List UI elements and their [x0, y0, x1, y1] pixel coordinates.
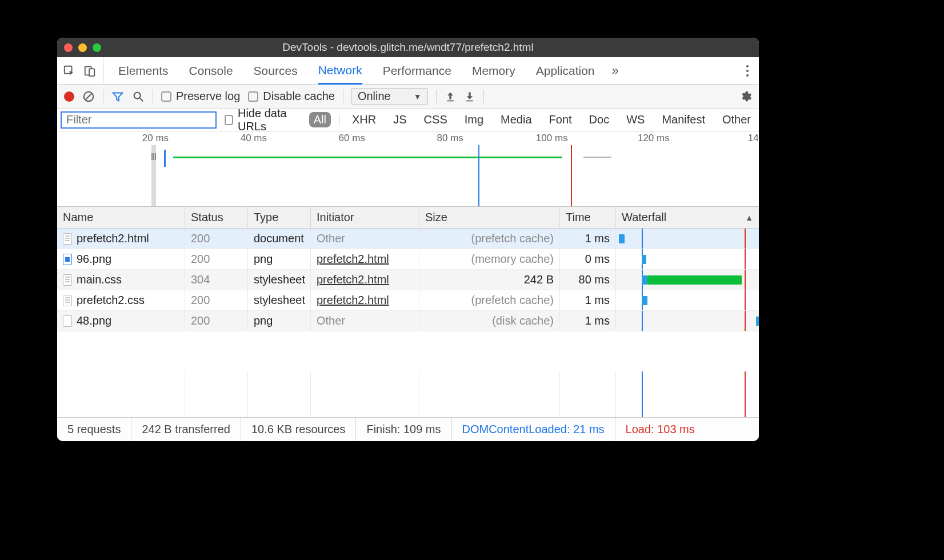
download-icon[interactable]	[464, 91, 475, 102]
status-bar: 5 requests 242 B transferred 10.6 KB res…	[57, 417, 759, 441]
overview-dcl-line	[478, 145, 479, 206]
tab-application[interactable]: Application	[536, 57, 595, 84]
overview-left-handle[interactable]	[151, 145, 156, 206]
request-name: main.css	[77, 273, 122, 286]
load-line	[745, 290, 746, 310]
request-grid: Name Status Type Initiator Size Time Wat…	[57, 207, 759, 417]
throttling-value: Online	[358, 90, 391, 103]
search-icon[interactable]	[132, 90, 145, 103]
overview-timeline[interactable]: 20 ms40 ms60 ms80 ms100 ms120 ms14	[57, 131, 759, 207]
type-filter-ws[interactable]: WS	[622, 112, 649, 127]
overview-tick: 60 ms	[339, 133, 365, 144]
type-filter-other[interactable]: Other	[718, 112, 755, 127]
overview-gap-bar	[583, 157, 611, 158]
clear-icon[interactable]	[82, 90, 95, 103]
load-line	[745, 229, 746, 249]
waterfall-request-bar	[642, 255, 646, 264]
tab-memory[interactable]: Memory	[472, 57, 515, 84]
svg-rect-6	[466, 100, 473, 101]
status-requests: 5 requests	[57, 418, 131, 441]
tab-console[interactable]: Console	[189, 57, 233, 84]
col-status[interactable]: Status	[185, 207, 248, 228]
overview-tick: 100 ms	[536, 133, 568, 144]
dcl-line	[642, 371, 643, 417]
request-status: 200	[185, 290, 248, 310]
overview-load-line	[571, 145, 572, 206]
request-size: (prefetch cache)	[419, 229, 560, 249]
request-initiator[interactable]: prefetch2.html	[317, 294, 389, 307]
disable-cache-label: Disable cache	[263, 90, 335, 103]
window-minimize-button[interactable]	[78, 43, 87, 52]
overview-tick: 20 ms	[142, 133, 169, 144]
upload-icon[interactable]	[445, 91, 456, 102]
record-button[interactable]	[64, 91, 74, 102]
request-type: png	[248, 311, 311, 331]
window-zoom-button[interactable]	[93, 43, 101, 52]
document-file-icon	[63, 274, 72, 286]
grid-empty-space	[57, 371, 759, 417]
request-initiator[interactable]: prefetch2.html	[317, 253, 389, 266]
devtools-window: DevTools - devtools.glitch.me/wndt77/pre…	[57, 38, 759, 441]
col-name[interactable]: Name	[57, 207, 185, 228]
device-toolbar-icon[interactable]	[83, 65, 96, 77]
grid-header: Name Status Type Initiator Size Time Wat…	[57, 207, 759, 229]
request-type: png	[248, 249, 311, 269]
window-close-button[interactable]	[64, 43, 73, 52]
request-time: 80 ms	[560, 270, 616, 290]
request-time: 0 ms	[560, 249, 616, 269]
request-type: document	[248, 229, 311, 249]
col-size[interactable]: Size	[419, 207, 560, 228]
titlebar: DevTools - devtools.glitch.me/wndt77/pre…	[57, 38, 759, 57]
type-filter-media[interactable]: Media	[496, 112, 536, 127]
overview-request-marker	[164, 150, 166, 167]
type-filter-xhr[interactable]: XHR	[347, 112, 381, 127]
tab-elements[interactable]: Elements	[118, 57, 169, 84]
request-row[interactable]: prefetch2.css200stylesheetprefetch2.html…	[57, 290, 759, 311]
request-type: stylesheet	[248, 290, 311, 310]
filter-icon[interactable]	[111, 90, 124, 103]
throttling-select[interactable]: Online ▼	[351, 88, 428, 105]
tab-network[interactable]: Network	[318, 58, 362, 85]
waterfall-request-bar	[642, 275, 647, 285]
panel-tabstrip: ElementsConsoleSourcesNetworkPerformance…	[57, 57, 759, 85]
overflow-tabs-icon[interactable]: »	[611, 63, 618, 78]
settings-icon[interactable]	[739, 90, 752, 103]
col-initiator[interactable]: Initiator	[311, 207, 419, 228]
tab-performance[interactable]: Performance	[383, 57, 451, 84]
type-filter-font[interactable]: Font	[545, 112, 577, 127]
request-initiator[interactable]: prefetch2.html	[317, 273, 389, 286]
request-row[interactable]: 48.png200pngOther(disk cache)1 ms	[57, 311, 759, 331]
request-initiator: Other	[317, 232, 345, 245]
type-filter-doc[interactable]: Doc	[585, 112, 614, 127]
overview-tick: 40 ms	[241, 133, 267, 144]
request-row[interactable]: prefetch2.html200documentOther(prefetch …	[57, 229, 759, 249]
col-type[interactable]: Type	[248, 207, 311, 228]
request-row[interactable]: main.css304stylesheetprefetch2.html242 B…	[57, 270, 759, 290]
disable-cache-checkbox[interactable]: Disable cache	[248, 90, 335, 103]
more-options-icon[interactable]	[742, 63, 753, 79]
filter-input[interactable]	[61, 111, 217, 129]
type-filter-img[interactable]: Img	[460, 112, 488, 127]
type-filter-css[interactable]: CSS	[419, 112, 452, 127]
file-icon	[63, 315, 72, 327]
request-row[interactable]: 96.png200pngprefetch2.html(memory cache)…	[57, 249, 759, 270]
request-name: 48.png	[77, 314, 111, 327]
inspect-element-icon[interactable]	[63, 65, 75, 77]
hide-data-urls-checkbox[interactable]: Hide data URLs	[225, 107, 301, 133]
request-status: 200	[185, 311, 248, 331]
dcl-line	[642, 311, 643, 331]
col-time[interactable]: Time	[560, 207, 616, 228]
tab-sources[interactable]: Sources	[254, 57, 298, 84]
load-line	[745, 371, 746, 417]
type-filter-js[interactable]: JS	[389, 112, 411, 127]
request-waterfall	[616, 249, 759, 269]
type-filter-all[interactable]: All	[309, 112, 331, 127]
request-name: prefetch2.css	[77, 294, 145, 307]
request-status: 200	[185, 229, 248, 249]
network-toolbar: Preserve log Disable cache Online ▼	[57, 85, 759, 109]
type-filter-manifest[interactable]: Manifest	[657, 112, 710, 127]
preserve-log-checkbox[interactable]: Preserve log	[161, 90, 240, 103]
waterfall-request-bar	[756, 317, 759, 326]
col-waterfall[interactable]: Waterfall ▲	[616, 207, 759, 228]
waterfall-download-bar	[647, 275, 742, 285]
